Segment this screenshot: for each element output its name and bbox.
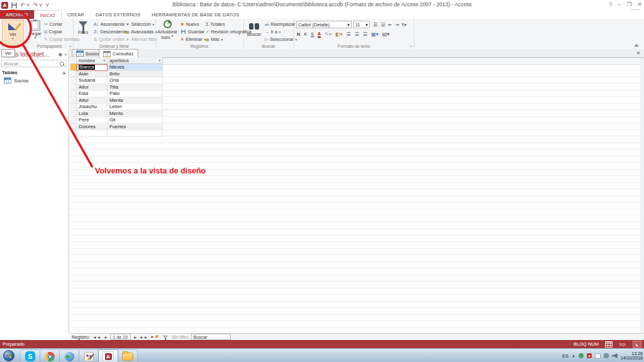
- help-icon[interactable]: ?: [609, 1, 612, 8]
- font-name-combo[interactable]: Calibri (Detalle)▾: [296, 21, 352, 28]
- filter-state[interactable]: Sin filtro: [172, 334, 189, 340]
- design-view-shortcut-icon[interactable]: ◣: [633, 341, 641, 348]
- align-center-button[interactable]: ☰: [355, 31, 359, 37]
- new-record-button[interactable]: ✱ Nuevo: [180, 21, 199, 28]
- close-object-icon[interactable]: ✕: [636, 50, 640, 56]
- table-row[interactable]: DoloresFuertes: [70, 124, 163, 131]
- paragraph-marks-icon[interactable]: ¶▾: [402, 23, 406, 28]
- bold-button[interactable]: N: [297, 31, 300, 37]
- table-cell[interactable]: Blanca: [77, 64, 108, 71]
- taskbar-skype[interactable]: S: [20, 349, 40, 362]
- view-button[interactable]: Ver ▾: [2, 19, 24, 47]
- nav-menu-icon[interactable]: ◉: [58, 52, 63, 57]
- datasheet-view-icon[interactable]: [605, 341, 613, 348]
- paste-button[interactable]: Pegar ▾: [28, 20, 43, 39]
- find-button[interactable]: Buscar: [245, 21, 263, 37]
- minimize-icon[interactable]: –: [618, 1, 621, 8]
- tray-clock[interactable]: 13:26 14/10/2016: [621, 351, 643, 361]
- table-cell[interactable]: Letón: [108, 104, 163, 111]
- close-icon[interactable]: ✕: [637, 1, 642, 8]
- row-selector[interactable]: [70, 71, 77, 78]
- qat-customize-icon[interactable]: ˅: [46, 2, 49, 8]
- start-button[interactable]: [3, 350, 14, 361]
- table-cell[interactable]: Aitor: [77, 97, 108, 104]
- taskbar-access[interactable]: A: [98, 349, 118, 362]
- tray-green-icon[interactable]: [579, 353, 584, 358]
- table-row[interactable]: BlancaNieves: [70, 64, 163, 71]
- taskbar-chrome[interactable]: [40, 349, 60, 362]
- tab-herramientas[interactable]: HERRAMIENTAS DE BASE DE DATOS: [146, 10, 245, 19]
- fill-color-button[interactable]: ◧▾: [335, 31, 343, 37]
- table-cell[interactable]: Lola: [77, 111, 108, 118]
- table-cell[interactable]: Tilla: [108, 84, 163, 91]
- table-cell[interactable]: Fuertes: [108, 124, 163, 131]
- row-selector[interactable]: [70, 90, 77, 97]
- table-cell[interactable]: [108, 130, 163, 137]
- align-left-button[interactable]: ☰: [347, 31, 351, 37]
- undo-icon[interactable]: ↶ ˅: [20, 2, 30, 8]
- collapse-ribbon-icon[interactable]: [634, 44, 639, 47]
- row-selector[interactable]: [70, 104, 77, 111]
- dialog-launcher-icon[interactable]: ↘: [69, 43, 72, 48]
- table-cell[interactable]: [77, 130, 108, 137]
- decrease-indent-icon[interactable]: ⇤: [388, 23, 392, 28]
- nav-group-tablas[interactable]: Tablas: [2, 70, 66, 75]
- table-row[interactable]: AlanBrito: [70, 71, 163, 78]
- cut-button[interactable]: ✂ Cortar: [44, 21, 62, 28]
- redo-icon[interactable]: ↷ ˅: [33, 2, 42, 8]
- taskbar-globe[interactable]: [59, 349, 79, 362]
- table-row[interactable]: JosechuLetón: [70, 104, 163, 111]
- previous-record-icon[interactable]: ◄: [103, 335, 107, 339]
- new-record-row[interactable]: *: [70, 130, 163, 137]
- select-all-corner[interactable]: [70, 57, 77, 64]
- table-row[interactable]: AitorMenta: [70, 97, 163, 104]
- selection-button[interactable]: ▼ Selección▾: [126, 21, 154, 28]
- tray-access-icon[interactable]: a: [587, 353, 592, 358]
- row-selector[interactable]: [70, 124, 77, 131]
- nav-search-box[interactable]: Buscar...: [1, 60, 67, 67]
- save-icon[interactable]: [11, 3, 17, 8]
- table-cell[interactable]: Susana: [77, 77, 108, 84]
- table-cell[interactable]: Gil: [108, 117, 163, 124]
- first-record-icon[interactable]: ◄◄: [92, 335, 101, 339]
- row-selector[interactable]: [70, 64, 77, 71]
- table-cell[interactable]: Pere: [77, 117, 108, 124]
- table-cell[interactable]: Pato: [108, 90, 163, 97]
- filter-button[interactable]: Filtro: [75, 21, 91, 35]
- font-color-button[interactable]: A: [318, 31, 321, 38]
- sort-descending-button[interactable]: Z↓ Descendente: [94, 28, 127, 35]
- table-cell[interactable]: Dolores: [77, 124, 108, 131]
- table-cell[interactable]: Oria: [108, 77, 163, 84]
- table-row[interactable]: SusanaOria: [70, 77, 163, 84]
- bullet-list-icon[interactable]: ☰: [373, 22, 377, 28]
- copy-button[interactable]: ⧉ Copiar: [44, 28, 62, 35]
- alt-row-color-button[interactable]: ▤▾: [382, 31, 390, 37]
- number-list-icon[interactable]: ☱: [380, 22, 385, 28]
- italic-button[interactable]: K: [304, 31, 307, 37]
- sort-ascending-button[interactable]: A↓ Ascendente: [94, 21, 125, 28]
- row-selector[interactable]: [70, 84, 77, 91]
- row-selector[interactable]: [70, 111, 77, 118]
- table-cell[interactable]: Elsa: [77, 90, 108, 97]
- restore-icon[interactable]: ❐: [626, 1, 631, 8]
- table-cell[interactable]: Nieves: [108, 64, 163, 71]
- table-row[interactable]: AitorTilla: [70, 84, 163, 91]
- tab-datos-externos[interactable]: DATOS EXTERNOS: [90, 10, 146, 19]
- gridlines-button[interactable]: ▦▾: [371, 31, 379, 37]
- tray-volume-icon[interactable]: [612, 353, 618, 358]
- row-selector[interactable]: [70, 117, 77, 124]
- tray-network-icon[interactable]: [604, 353, 609, 358]
- increase-indent-icon[interactable]: ⇥: [395, 23, 399, 28]
- table-cell[interactable]: Brito: [108, 71, 163, 78]
- more-button[interactable]: ▦ Más▾: [206, 36, 223, 43]
- record-position[interactable]: 1 de 10: [110, 334, 131, 340]
- replace-button[interactable]: ab Reemplazar: [265, 21, 296, 28]
- object-tab-consulta1[interactable]: Consulta1: [99, 49, 138, 58]
- refresh-all-button[interactable]: Actualizar todo▾: [158, 20, 177, 40]
- nav-item-socios[interactable]: Socios: [4, 77, 28, 84]
- column-header-nombre[interactable]: nombre▾: [77, 57, 108, 64]
- row-selector[interactable]: [70, 97, 77, 104]
- row-selector[interactable]: [70, 77, 77, 84]
- clear-sort-button[interactable]: ⇅ Quitar orden: [94, 36, 125, 43]
- advanced-filter-button[interactable]: ▦ Avanzadas▾: [126, 28, 157, 35]
